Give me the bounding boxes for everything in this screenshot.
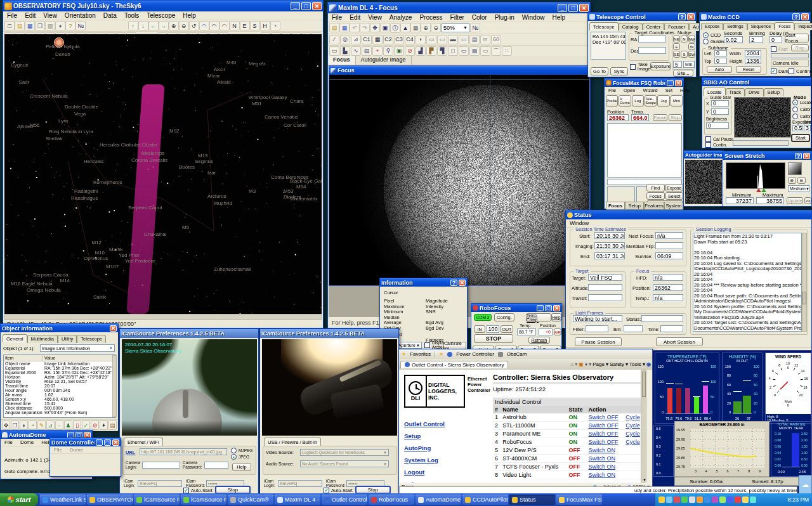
camera-password-input[interactable]: [204, 462, 228, 469]
object-info-row[interactable]: Transit time20:07: [4, 384, 115, 388]
out-button[interactable]: OUT: [501, 325, 513, 333]
url-link[interactable]: URL: [126, 450, 135, 455]
ccd-radio[interactable]: •CCD: [703, 32, 721, 38]
focusmax-menu-3[interactable]: Set: [662, 87, 676, 94]
tab-multimedia[interactable]: Multimedia: [27, 335, 58, 343]
zoom-out-button[interactable]: ⊖: [797, 177, 806, 184]
dome-controller-titlebar[interactable]: Dome Controller _□✕: [50, 438, 121, 446]
tray-power-icon[interactable]: [719, 496, 726, 503]
tray-usb-icon[interactable]: [712, 496, 718, 503]
zoom-in-icon[interactable]: ⊕: [421, 23, 431, 32]
autoguider-titlebar[interactable]: Autoguider Image: [684, 151, 723, 159]
sidebar-link-autoping[interactable]: AutoPing: [404, 444, 431, 451]
no-entry-icon[interactable]: ⊘: [405, 46, 415, 56]
feeds-icon[interactable]: ▣: [579, 361, 584, 367]
no-icon[interactable]: ⊘: [91, 420, 99, 430]
object-select[interactable]: Image Link Information▼: [40, 344, 115, 352]
pause-session-button[interactable]: Pause Session: [575, 337, 622, 346]
expose-button[interactable]: Expose: [665, 184, 684, 191]
start-focus-button[interactable]: Start Focus: [785, 34, 809, 42]
tray-alert-icon[interactable]: [735, 496, 741, 503]
cycle-link[interactable]: Cycle: [625, 414, 640, 420]
mjpeg-radio[interactable]: MJPEG: [231, 448, 252, 453]
levels-icon[interactable]: ▤: [362, 46, 372, 56]
goto-button[interactable]: Go To: [591, 67, 608, 75]
switch-link[interactable]: Switch OFF: [589, 431, 619, 437]
exposure-input[interactable]: 0.5: [792, 125, 802, 131]
open-icon[interactable]: ▤: [329, 23, 339, 32]
position-value[interactable]: +0: [539, 328, 553, 335]
column-item[interactable]: Item: [4, 355, 43, 361]
maximum-input[interactable]: 38755: [756, 197, 784, 204]
icam-left-titlebar[interactable]: iCamSource Preferences 1.4.2.5 BETA: [120, 329, 258, 338]
top-input[interactable]: 0: [714, 58, 727, 64]
img-icon[interactable]: ▩: [469, 46, 480, 56]
frame-icon[interactable]: ▯: [73, 420, 81, 430]
eye-icon[interactable]: ◔: [29, 420, 37, 430]
mode-select[interactable]: Aperture▼: [396, 342, 422, 349]
object-info-row[interactable]: Sidereal time15:41: [4, 401, 115, 406]
automadome-menu-0[interactable]: File: [1, 439, 16, 446]
home-icon[interactable]: ⌂ ▾: [570, 361, 577, 367]
batch-icon[interactable]: ▭: [459, 35, 469, 44]
tray-network-icon[interactable]: [666, 496, 672, 503]
jog-button[interactable]: Jog: [657, 95, 669, 107]
histogram[interactable]: [726, 162, 785, 189]
guider-radio[interactable]: Guider: [703, 39, 725, 44]
close-button[interactable]: ✕: [84, 432, 91, 438]
tab-general[interactable]: General: [3, 334, 27, 342]
nudge-unit-select[interactable]: Min.: [683, 61, 695, 68]
thesky6-menu-4[interactable]: Data: [100, 11, 121, 20]
nudge-W-button[interactable]: W: [688, 43, 695, 50]
object-info-row[interactable]: Click distance500.0000: [4, 406, 115, 410]
x-input[interactable]: 0: [711, 100, 729, 107]
site-button[interactable]: Site...: [673, 70, 693, 77]
guide-icon[interactable]: ▭: [437, 35, 447, 44]
taskbar-button-1[interactable]: OBSERVATORY FSQ J...: [87, 495, 133, 505]
ra-input[interactable]: [638, 36, 666, 42]
zoom-box-icon[interactable]: ▣: [380, 23, 390, 32]
start-button[interactable]: Start: [791, 134, 810, 142]
nudge-SE-button[interactable]: SE: [673, 51, 680, 58]
information-titlebar[interactable]: Information ?✕: [380, 278, 467, 287]
cam-icon[interactable]: ▤: [108, 420, 117, 430]
object-info-row[interactable]: Air mass1.02: [4, 392, 115, 397]
stretch-icon[interactable]: ▭: [329, 46, 339, 56]
rotate-icon[interactable]: ↺: [189, 21, 199, 30]
taskbar-button-0[interactable]: WeatherLink 5.9.2 B...: [40, 495, 86, 505]
calibration-set-icon[interactable]: ▦: [372, 35, 383, 44]
maxim-menu-4[interactable]: Process: [416, 13, 446, 22]
tab-settings[interactable]: Settings: [723, 23, 747, 30]
annotate-icon[interactable]: ◎: [340, 35, 350, 44]
tab-setup[interactable]: Setup: [764, 88, 784, 96]
maxim-menu-1[interactable]: Edit: [346, 13, 364, 22]
taskbar-button-9[interactable]: CCDAutoPilot Profes...: [462, 495, 508, 505]
exposure-button[interactable]: Exposure: [650, 62, 671, 70]
taskbar-button-4[interactable]: QuickCam®: [228, 495, 273, 505]
favorites-star-icon[interactable]: ★: [402, 351, 406, 357]
tray-display-icon[interactable]: [689, 496, 695, 503]
minimize-button[interactable]: _: [291, 2, 300, 10]
camera-login-input[interactable]: [142, 462, 180, 469]
take-image-checkbox[interactable]: Take image: [630, 62, 650, 71]
minimize-button[interactable]: _: [667, 80, 674, 86]
taskbar-button-11[interactable]: FocusMax FSQ Rob...: [556, 495, 602, 505]
find-button[interactable]: Find: [646, 184, 665, 191]
half-moon-icon[interactable]: ◗: [416, 35, 426, 44]
height-input[interactable]: 1336: [745, 58, 761, 64]
fast-checkbox[interactable]: Fast: [771, 46, 788, 52]
steps-input[interactable]: 100: [487, 325, 499, 333]
histo-icon[interactable]: ▙: [340, 46, 350, 56]
switch-link[interactable]: Switch OFF: [589, 422, 619, 429]
audio-source-select[interactable]: No Audio Sources Found▼: [300, 460, 389, 467]
telescope-control-titlebar[interactable]: Telescope Control ?✕: [588, 13, 696, 21]
south-icon[interactable]: S: [250, 21, 260, 30]
update-button[interactable]: Update: [787, 197, 803, 204]
ftp-icon[interactable]: ᴦᴦ: [480, 35, 490, 44]
move-icon[interactable]: ✥: [2, 420, 10, 430]
sky-hscrollbar[interactable]: [4, 314, 322, 320]
tray-update-icon[interactable]: [681, 496, 688, 503]
cal-pause-checkbox[interactable]: Cal Pause: [705, 136, 733, 142]
walk-icon[interactable]: ♟: [64, 420, 72, 430]
tele--button[interactable]: Tele- Scope: [645, 95, 657, 107]
